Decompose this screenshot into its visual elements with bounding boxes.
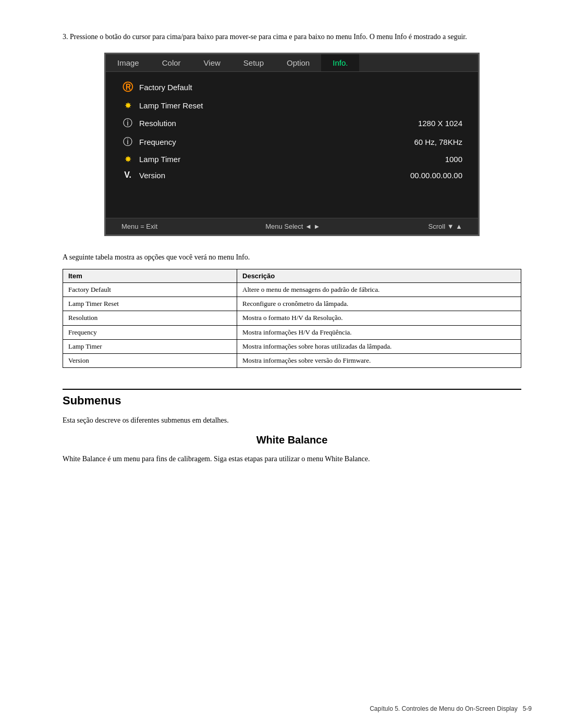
section-divider bbox=[63, 389, 521, 390]
menu-row-frequency: ⓘ Frequency 60 Hz, 78KHz bbox=[106, 132, 478, 151]
submenus-heading: Submenus bbox=[63, 394, 521, 408]
table-cell-desc: Mostra informações H/V da Freqüência. bbox=[237, 325, 521, 339]
submenus-intro: Esta seção descreve os diferentes submen… bbox=[63, 415, 521, 426]
menu-row-lamp-timer-reset: ✸ Lamp Timer Reset bbox=[106, 97, 478, 114]
footer-menu-select: Menu Select ◄ ► bbox=[265, 223, 320, 230]
footer-scroll: Scroll ▼ ▲ bbox=[429, 223, 462, 230]
page-footer: Capítulo 5. Controles de Menu do On-Scre… bbox=[370, 705, 532, 712]
menu-row-left: ⓘ Frequency bbox=[121, 135, 176, 148]
table-cell-desc: Mostra informações sobre horas utilizada… bbox=[237, 339, 521, 353]
table-cell-desc: Reconfigure o cronômetro da lâmpada. bbox=[237, 297, 521, 311]
factory-default-icon: Ⓡ bbox=[121, 80, 134, 94]
table-cell-item: Factory Default bbox=[63, 283, 237, 297]
menu-row-left: ⓘ Resolution bbox=[121, 117, 176, 129]
lamp-timer-reset-icon: ✸ bbox=[121, 101, 134, 110]
tab-view[interactable]: View bbox=[192, 54, 232, 71]
table-cell-item: Frequency bbox=[63, 325, 237, 339]
table-cell-desc: Altere o menu de mensagens do padrão de … bbox=[237, 283, 521, 297]
table-row: Lamp Timer ResetReconfigure o cronômetro… bbox=[63, 297, 521, 311]
table-row: Lamp TimerMostra informações sobre horas… bbox=[63, 339, 521, 353]
table-row: Factory DefaultAltere o menu de mensagen… bbox=[63, 283, 521, 297]
table-intro-text: A seguinte tabela mostra as opções que v… bbox=[63, 252, 521, 263]
menu-row-left: ✸ Lamp Timer Reset bbox=[121, 101, 203, 110]
tab-color[interactable]: Color bbox=[151, 54, 192, 71]
tab-option[interactable]: Option bbox=[275, 54, 321, 71]
resolution-label: Resolution bbox=[139, 119, 176, 128]
table-cell-desc: Mostra o formato H/V da Resolução. bbox=[237, 311, 521, 325]
lamp-timer-icon: ✸ bbox=[121, 154, 134, 164]
footer-menu-exit: Menu = Exit bbox=[121, 223, 157, 230]
factory-default-label: Factory Default bbox=[139, 83, 192, 92]
resolution-value: 1280 X 1024 bbox=[418, 119, 462, 128]
menu-tabs: Image Color View Setup Option Info. bbox=[106, 54, 478, 72]
table-header-item: Item bbox=[63, 269, 237, 283]
menu-row-lamp-timer: ✸ Lamp Timer 1000 bbox=[106, 151, 478, 167]
white-balance-text: White Balance é um menu para fins de cal… bbox=[63, 453, 521, 465]
table-cell-desc: Mostra informações sobre versão do Firmw… bbox=[237, 353, 521, 367]
lamp-timer-label: Lamp Timer bbox=[139, 155, 180, 164]
menu-row-left: ✸ Lamp Timer bbox=[121, 154, 180, 164]
white-balance-heading: White Balance bbox=[63, 434, 521, 446]
frequency-value: 60 Hz, 78KHz bbox=[414, 138, 462, 146]
tab-image[interactable]: Image bbox=[106, 54, 151, 71]
menu-row-version: V. Version 00.00.00.00.00 bbox=[106, 167, 478, 183]
table-cell-item: Lamp Timer Reset bbox=[63, 297, 237, 311]
footer-chapter: Capítulo 5. Controles de Menu do On-Scre… bbox=[370, 705, 517, 712]
table-row: ResolutionMostra o formato H/V da Resolu… bbox=[63, 311, 521, 325]
table-cell-item: Version bbox=[63, 353, 237, 367]
version-icon: V. bbox=[121, 170, 134, 180]
table-row: FrequencyMostra informações H/V da Freqü… bbox=[63, 325, 521, 339]
menu-content: Ⓡ Factory Default ✸ Lamp Timer Reset ⓘ R… bbox=[106, 72, 478, 218]
menu-row-left: Ⓡ Factory Default bbox=[121, 80, 192, 94]
menu-footer: Menu = Exit Menu Select ◄ ► Scroll ▼ ▲ bbox=[106, 218, 478, 235]
lamp-timer-reset-label: Lamp Timer Reset bbox=[139, 101, 203, 110]
resolution-icon: ⓘ bbox=[121, 117, 134, 129]
tab-setup[interactable]: Setup bbox=[232, 54, 275, 71]
intro-paragraph: 3. Pressione o botão do cursor para cima… bbox=[63, 31, 521, 42]
menu-row-resolution: ⓘ Resolution 1280 X 1024 bbox=[106, 114, 478, 132]
table-header-desc: Descrição bbox=[237, 269, 521, 283]
version-label: Version bbox=[139, 171, 165, 180]
version-value: 00.00.00.00.00 bbox=[410, 171, 462, 180]
menu-row-left: V. Version bbox=[121, 170, 165, 180]
info-table: Item Descrição Factory DefaultAltere o m… bbox=[63, 269, 521, 368]
tab-info[interactable]: Info. bbox=[321, 54, 359, 71]
table-cell-item: Resolution bbox=[63, 311, 237, 325]
table-row: VersionMostra informações sobre versão d… bbox=[63, 353, 521, 367]
table-cell-item: Lamp Timer bbox=[63, 339, 237, 353]
frequency-icon: ⓘ bbox=[121, 135, 134, 148]
frequency-label: Frequency bbox=[139, 138, 176, 146]
lamp-timer-value: 1000 bbox=[445, 155, 462, 164]
menu-row-factory-default: Ⓡ Factory Default bbox=[106, 77, 478, 97]
footer-page: 5-9 bbox=[523, 705, 532, 712]
monitor-screen: Image Color View Setup Option Info. Ⓡ Fa… bbox=[104, 53, 480, 236]
